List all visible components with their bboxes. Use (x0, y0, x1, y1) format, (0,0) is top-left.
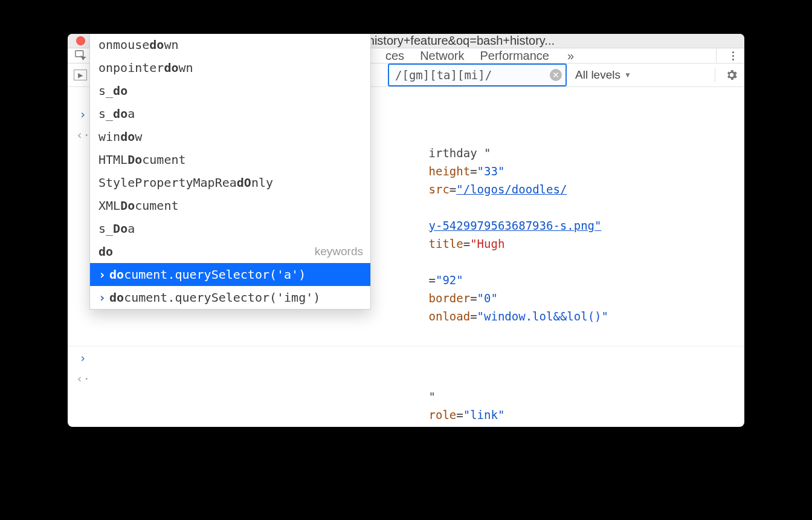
autocomplete-item[interactable]: s_doa (90, 102, 370, 125)
result-icon: ‹· (76, 126, 89, 144)
autocomplete-dropdown: onmousedownonpointerdowns_dos_doawindowH… (89, 34, 371, 310)
tab-network[interactable]: Network (420, 49, 464, 63)
inspect-element-icon[interactable] (74, 48, 88, 63)
console-settings-icon[interactable] (725, 68, 738, 82)
console-log-row[interactable]: › (68, 348, 744, 368)
autocomplete-history-item[interactable]: ›document.querySelector('img') (90, 286, 370, 309)
tabs-overflow-button[interactable]: » (567, 49, 574, 63)
clear-filter-icon[interactable]: ✕ (550, 69, 562, 81)
autocomplete-item[interactable]: window (90, 125, 370, 148)
execution-context-selector-icon[interactable]: ▶ (74, 70, 87, 80)
result-text: " role="link" tabindex="0" jsaction= k7f… (89, 369, 736, 427)
log-levels-dropdown[interactable]: All levels ▼ (575, 68, 631, 82)
tab-performance[interactable]: Performance (480, 49, 549, 63)
autocomplete-item[interactable]: XMLDocument (90, 194, 370, 217)
devtools-window: DevTools - www.google.com/search?q=bash+… (68, 34, 744, 427)
autocomplete-history-item[interactable]: ›document.querySelector('a') (90, 263, 370, 286)
tab-sources-partial[interactable]: ces (385, 49, 404, 63)
chevron-down-icon: ▼ (624, 71, 631, 79)
log-text (89, 349, 736, 367)
separator (716, 49, 717, 62)
close-window-button[interactable] (76, 36, 85, 45)
autocomplete-item[interactable]: onmousedown (90, 34, 370, 56)
console-filter-input[interactable] (388, 63, 567, 86)
autocomplete-item[interactable]: onpointerdown (90, 56, 370, 79)
svg-rect-0 (76, 51, 83, 57)
separator (715, 68, 715, 82)
console-messages: › ‹· irthday " height="33" src="/logos/d… (68, 87, 744, 427)
console-result-row[interactable]: ‹· " role="link" tabindex="0" jsaction= … (68, 368, 744, 427)
expand-icon[interactable]: › (76, 105, 89, 123)
customize-devtools-menu[interactable] (727, 51, 738, 60)
filter-input-wrap: ✕ (388, 63, 567, 86)
autocomplete-item[interactable]: StylePropertyMapReadOnly (90, 171, 370, 194)
autocomplete-item[interactable]: s_Doa (90, 217, 370, 240)
log-levels-label: All levels (575, 68, 620, 82)
result-icon: ‹· (76, 369, 89, 388)
expand-icon[interactable]: › (76, 349, 89, 367)
autocomplete-item[interactable]: s_do (90, 79, 370, 102)
autocomplete-item[interactable]: HTMLDocument (90, 148, 370, 171)
autocomplete-item[interactable]: dokeywords (90, 240, 370, 263)
